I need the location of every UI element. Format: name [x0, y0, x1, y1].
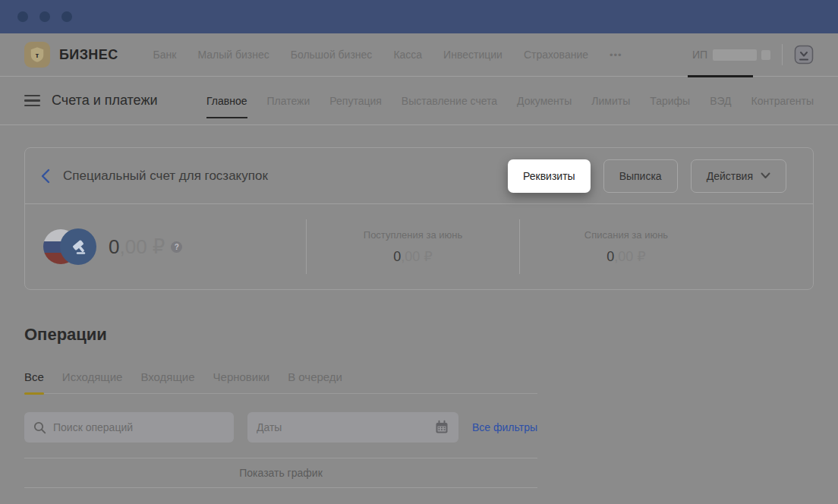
incoming-stat: Поступления за июнь 0,00 ₽ [306, 219, 519, 274]
main-content: Специальный счет для госзакупок Реквизит… [0, 147, 838, 488]
ops-tab-queued[interactable]: В очереди [288, 370, 342, 393]
profile-name-redacted [713, 49, 757, 61]
flag-gavel-account-icon [43, 228, 96, 265]
section-tabs: Главное Платежи Репутация Выставление сч… [206, 77, 814, 124]
balance-block: 0 ,00 ₽ ? [25, 228, 306, 265]
account-balance: 0 ,00 ₽ ? [109, 235, 182, 259]
nav-big-business[interactable]: Большой бизнес [291, 49, 373, 61]
window-titlebar [0, 0, 838, 33]
section-title: Счета и платежи [52, 93, 158, 109]
profile-prefix: ИП [692, 49, 707, 61]
details-button[interactable]: Реквизиты [508, 159, 591, 193]
operations-title: Операции [24, 325, 814, 345]
balance-main: 0 [109, 235, 119, 259]
profile-menu[interactable]: ИП [692, 33, 770, 76]
tab-glavnoe[interactable]: Главное [206, 77, 247, 124]
chevron-down-icon [761, 172, 770, 179]
window-dot-icon[interactable] [17, 11, 28, 22]
incoming-label: Поступления за июнь [364, 229, 462, 241]
question-icon[interactable]: ? [171, 241, 182, 253]
more-menu-icon[interactable]: ••• [610, 49, 622, 61]
account-card-header: Специальный счет для госзакупок Реквизит… [25, 148, 813, 204]
tab-platezhi[interactable]: Платежи [267, 77, 310, 124]
svg-text:т: т [36, 51, 39, 59]
ops-tab-drafts[interactable]: Черновики [213, 370, 270, 393]
shield-logo-icon: т [28, 46, 46, 64]
tab-ved[interactable]: ВЭД [710, 77, 731, 124]
tab-vystavlenie-scheta[interactable]: Выставление счета [402, 77, 497, 124]
actions-button[interactable]: Действия [691, 159, 786, 193]
outgoing-frac: ,00 ₽ [614, 249, 645, 264]
outgoing-label: Списания за июнь [584, 229, 668, 241]
all-filters-link[interactable]: Все фильтры [472, 421, 537, 433]
tab-limity[interactable]: Лимиты [591, 77, 630, 124]
incoming-value: 0,00 ₽ [393, 248, 433, 265]
nav-investments[interactable]: Инвестиции [443, 49, 502, 61]
outgoing-main: 0 [606, 249, 614, 264]
outgoing-value: 0,00 ₽ [606, 248, 646, 265]
brand-name: БИЗНЕС [59, 47, 118, 63]
back-chevron-icon[interactable] [37, 169, 52, 184]
app-header: т БИЗНЕС Банк Малый бизнес Большой бизне… [0, 33, 838, 77]
tab-reputatsiya[interactable]: Репутация [329, 77, 382, 124]
dates-field[interactable] [247, 412, 458, 443]
search-field[interactable] [24, 412, 234, 443]
ops-tab-incoming[interactable]: Входящие [140, 370, 194, 393]
search-input[interactable] [53, 421, 225, 433]
account-stats-row: 0 ,00 ₽ ? Поступления за июнь 0,00 ₽ Спи… [25, 204, 813, 289]
account-title: Специальный счет для госзакупок [63, 169, 268, 184]
window-dot-icon[interactable] [39, 11, 50, 22]
section-subheader: Счета и платежи Главное Платежи Репутаци… [0, 77, 838, 125]
statement-button[interactable]: Выписка [603, 159, 678, 193]
account-card: Специальный счет для госзакупок Реквизит… [24, 147, 814, 290]
ops-tab-all[interactable]: Все [24, 370, 44, 393]
nav-bank[interactable]: Банк [153, 49, 177, 61]
actions-button-label: Действия [707, 170, 753, 182]
brand-logo[interactable]: т [24, 42, 50, 68]
search-icon [33, 421, 46, 434]
tab-tarify[interactable]: Тарифы [650, 77, 690, 124]
window-dot-icon[interactable] [61, 11, 72, 22]
operations-filters: Все фильтры [24, 412, 537, 443]
profile-badge-redacted [761, 50, 770, 60]
show-chart-link[interactable]: Показать график [239, 467, 323, 479]
outgoing-stat: Списания за июнь 0,00 ₽ [519, 219, 732, 274]
operations-section: Все Исходящие Входящие Черновики В очере… [24, 370, 537, 488]
calendar-icon[interactable] [434, 420, 449, 435]
ops-tab-outgoing[interactable]: Исходящие [62, 370, 123, 393]
profile-zone: ИП [692, 33, 814, 76]
dates-input[interactable] [257, 421, 428, 433]
nav-kassa[interactable]: Касса [393, 49, 422, 61]
top-nav: Банк Малый бизнес Большой бизнес Касса И… [153, 49, 622, 61]
gavel-icon [60, 228, 96, 265]
tab-kontragenty[interactable]: Контрагенты [751, 77, 814, 124]
tab-dokumenty[interactable]: Документы [517, 77, 572, 124]
balance-frac: ,00 ₽ [119, 235, 165, 259]
nav-small-business[interactable]: Малый бизнес [197, 49, 269, 61]
header-divider [782, 44, 783, 65]
operations-tabs: Все Исходящие Входящие Черновики В очере… [24, 370, 537, 394]
inbox-icon[interactable] [794, 45, 814, 65]
incoming-main: 0 [393, 249, 401, 264]
show-chart-row: Показать график [24, 458, 537, 488]
account-actions: Реквизиты Выписка Действия [508, 159, 786, 193]
incoming-frac: ,00 ₽ [401, 249, 432, 264]
nav-insurance[interactable]: Страхование [524, 49, 588, 61]
hamburger-icon[interactable] [24, 95, 40, 107]
